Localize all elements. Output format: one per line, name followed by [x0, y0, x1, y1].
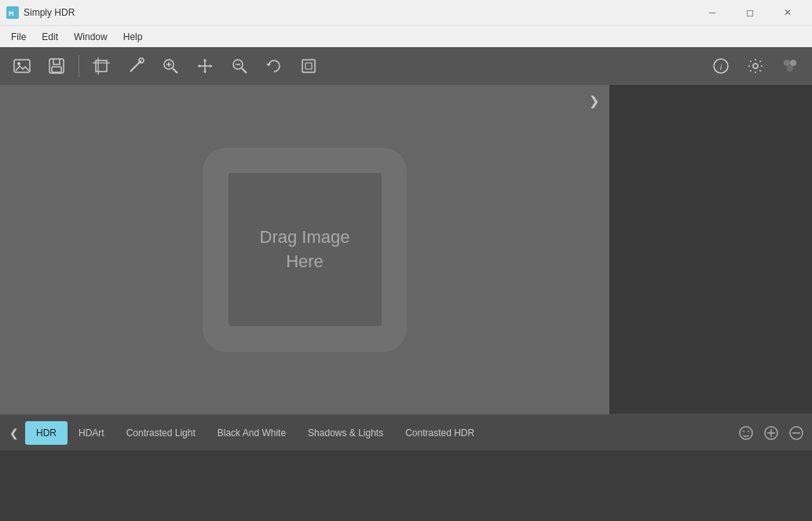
smiley-btn[interactable]	[733, 420, 759, 446]
close-button[interactable]: ✕	[770, 0, 806, 25]
zoom-in-btn[interactable]	[155, 52, 186, 80]
tab-black-and-white[interactable]: Black And White	[207, 421, 297, 445]
save-btn[interactable]	[41, 52, 72, 80]
tab-shadows-lights[interactable]: Shadows & Lights	[297, 421, 394, 445]
remove-btn[interactable]	[784, 420, 809, 446]
bottom-tabs: ❮ HDR HDArt Contrasted Light Black And W…	[0, 414, 812, 450]
right-panel	[609, 85, 812, 414]
toolbar: i	[0, 47, 812, 85]
rotate-btn[interactable]	[258, 52, 290, 80]
tab-hdart[interactable]: HDArt	[68, 421, 115, 445]
drop-zone[interactable]: Drag ImageHere	[203, 148, 407, 352]
svg-text:i: i	[720, 62, 722, 72]
menu-window[interactable]: Window	[66, 28, 115, 46]
svg-rect-22	[302, 60, 315, 72]
svg-marker-21	[266, 64, 271, 66]
drop-text: Drag ImageHere	[260, 226, 350, 274]
open-image-btn[interactable]	[6, 52, 38, 80]
minimize-button[interactable]: ─	[694, 0, 730, 25]
zoom-out-btn[interactable]	[224, 52, 255, 80]
fit-btn[interactable]	[293, 52, 324, 80]
svg-point-3	[17, 62, 20, 65]
menu-bar: File Edit Window Help	[0, 25, 812, 47]
add-btn[interactable]	[759, 420, 784, 446]
svg-point-29	[787, 65, 793, 72]
menu-edit[interactable]: Edit	[34, 28, 66, 46]
svg-text:H: H	[9, 9, 14, 17]
svg-marker-14	[203, 59, 207, 61]
svg-line-11	[173, 68, 177, 73]
canvas-area: ❯ Drag ImageHere	[0, 85, 609, 414]
svg-point-32	[748, 431, 749, 432]
svg-point-30	[740, 427, 752, 439]
move-btn[interactable]	[189, 52, 221, 80]
menu-file[interactable]: File	[3, 28, 34, 46]
main-content: ❯ Drag ImageHere	[0, 85, 812, 414]
tab-contrasted-light[interactable]: Contrasted Light	[115, 421, 207, 445]
title-bar: H Simply HDR ─ ◻ ✕	[0, 0, 812, 25]
tab-hdr[interactable]: HDR	[25, 421, 68, 445]
svg-point-31	[743, 431, 744, 432]
info-btn[interactable]: i	[705, 52, 737, 80]
app-title: Simply HDR	[24, 7, 75, 18]
title-left: H Simply HDR	[6, 6, 75, 19]
restore-button[interactable]: ◻	[732, 0, 768, 25]
bottom-strip	[0, 450, 812, 513]
panel-toggle-btn[interactable]: ❯	[584, 91, 603, 110]
window-controls: ─ ◻ ✕	[694, 0, 806, 25]
svg-rect-23	[305, 63, 312, 69]
svg-rect-6	[96, 61, 107, 72]
svg-point-27	[784, 60, 790, 66]
svg-marker-15	[203, 71, 207, 73]
tabs-chevron-left[interactable]: ❮	[3, 422, 25, 444]
menu-help[interactable]: Help	[115, 28, 151, 46]
tone-btn[interactable]	[120, 52, 152, 80]
svg-marker-16	[198, 64, 200, 68]
svg-marker-17	[210, 64, 212, 68]
tab-contrasted-hdr[interactable]: Contrasted HDR	[394, 421, 485, 445]
svg-point-26	[753, 64, 758, 68]
effects-btn[interactable]	[774, 52, 806, 80]
svg-point-28	[790, 60, 796, 66]
toolbar-sep-1	[79, 55, 79, 77]
crop-btn[interactable]	[86, 52, 117, 80]
settings-btn[interactable]	[740, 52, 771, 80]
app-icon: H	[6, 6, 19, 19]
drop-zone-inner: Drag ImageHere	[229, 173, 382, 326]
svg-line-19	[242, 68, 247, 73]
svg-rect-5	[52, 67, 61, 72]
